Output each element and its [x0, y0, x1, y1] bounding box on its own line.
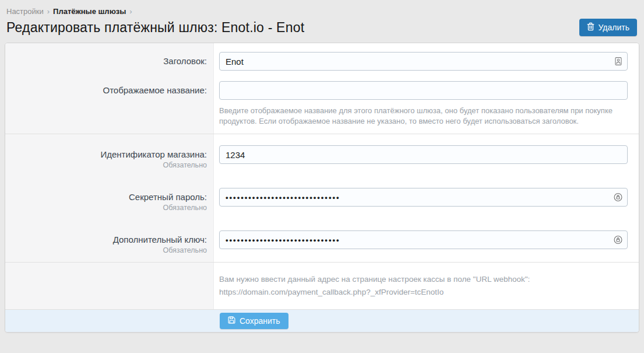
form-section-webhook: Вам нужно ввести данный адрес на страниц… — [5, 262, 639, 309]
password-reveal-icon[interactable] — [613, 235, 623, 245]
save-button[interactable]: Сохранить — [220, 313, 288, 329]
extra-key-required-hint: Обязательно — [11, 246, 207, 254]
delete-button-label: Удалить — [599, 23, 629, 32]
form-row-webhook: Вам нужно ввести данный адрес на страниц… — [5, 263, 639, 309]
form-row-extra-key: Дополнительный ключ: Обязательно — [5, 219, 639, 262]
page-header: Настройки › Платёжные шлюзы › Редактиров… — [0, 0, 644, 36]
form-row-title: Заголовок: — [5, 43, 639, 81]
title-input[interactable] — [219, 52, 628, 71]
display-name-label-cell: Отображаемое название: — [5, 81, 214, 134]
delete-button[interactable]: Удалить — [579, 19, 637, 36]
form-section-naming: Заголовок: Отображаемое название — [5, 43, 639, 134]
webhook-label-cell — [5, 263, 214, 309]
secret-password-input[interactable] — [219, 188, 628, 207]
autofill-contact-icon[interactable] — [614, 57, 623, 66]
display-name-label: Отображаемое название: — [11, 85, 207, 95]
extra-key-label: Дополнительный ключ: — [11, 235, 207, 244]
title-label-cell: Заголовок: — [5, 43, 214, 81]
breadcrumb: Настройки › Платёжные шлюзы › — [6, 7, 637, 16]
form-row-shop-id: Идентификатор магазина: Обязательно — [5, 134, 639, 177]
trash-icon — [587, 22, 594, 33]
breadcrumb-settings[interactable]: Настройки — [6, 7, 44, 16]
chevron-right-icon: › — [47, 7, 50, 16]
password-reveal-icon[interactable] — [613, 193, 623, 202]
secret-password-label-cell: Секретный пароль: Обязательно — [5, 177, 214, 219]
save-button-label: Сохранить — [240, 316, 280, 326]
extra-key-input[interactable] — [219, 230, 628, 249]
webhook-url-text: https://domain.com/payment_callback.php?… — [219, 286, 628, 299]
shop-id-label: Идентификатор магазина: — [11, 149, 207, 159]
page-title: Редактировать платёжный шлюз: Enot.io - … — [6, 20, 304, 36]
secret-password-label: Секретный пароль: — [11, 192, 207, 202]
shop-id-input[interactable] — [219, 145, 628, 164]
form-row-display-name: Отображаемое название: Введите отображае… — [5, 81, 639, 134]
shop-id-required-hint: Обязательно — [11, 161, 207, 169]
chevron-right-icon: › — [129, 7, 132, 16]
extra-key-label-cell: Дополнительный ключ: Обязательно — [5, 219, 214, 262]
title-label: Заголовок: — [11, 56, 207, 66]
shop-id-label-cell: Идентификатор магазина: Обязательно — [5, 134, 214, 177]
floppy-icon — [228, 316, 235, 326]
webhook-instruction-text: Вам нужно ввести данный адрес на страниц… — [219, 273, 628, 286]
display-name-help-text: Введите отображаемое название для этого … — [219, 106, 627, 127]
payment-gateway-form: Заголовок: Отображаемое название — [5, 43, 639, 333]
form-row-secret-password: Секретный пароль: Обязательно — [5, 177, 639, 219]
form-footer-bar: Сохранить — [5, 309, 639, 332]
form-section-credentials: Идентификатор магазина: Обязательно Секр… — [5, 134, 639, 262]
breadcrumb-payment-gateways[interactable]: Платёжные шлюзы — [53, 7, 126, 16]
secret-password-required-hint: Обязательно — [11, 204, 207, 212]
display-name-input[interactable] — [219, 81, 628, 100]
